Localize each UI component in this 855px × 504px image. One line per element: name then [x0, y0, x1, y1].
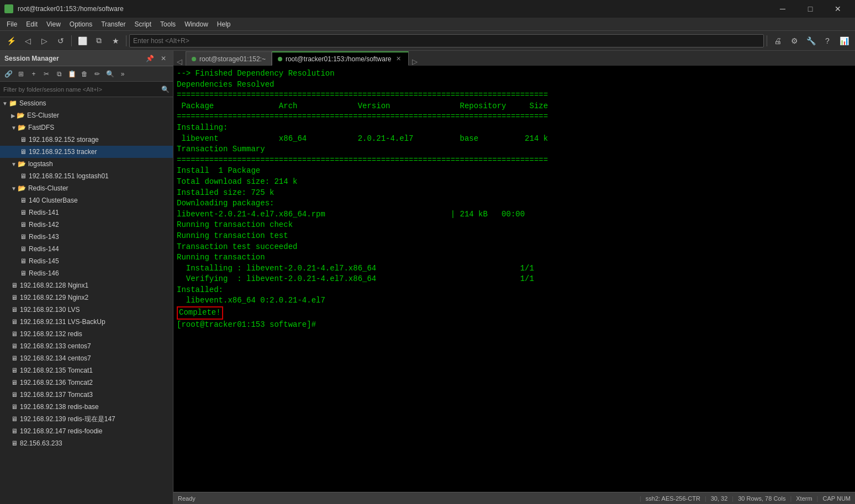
menu-item-file[interactable]: File [2, 18, 22, 30]
session-more-btn[interactable]: » [117, 68, 129, 80]
session-tree[interactable]: ▼📁Sessions▶📂ES-Cluster▼📂FastDFS🖥192.168.… [0, 97, 173, 504]
menu-item-help[interactable]: Help [213, 18, 235, 30]
tree-item-logstash[interactable]: ▼📂logstash [0, 158, 173, 170]
menu-item-options[interactable]: Options [65, 18, 97, 30]
tree-item-fastdfs[interactable]: ▼📂FastDFS [0, 121, 173, 134]
tree-item-logstash-151[interactable]: 🖥192.168.92.151 logstash01 [0, 170, 173, 182]
minimize-button[interactable]: ─ [770, 0, 795, 18]
tree-item-redis-141[interactable]: 🖥Redis-141 [0, 206, 173, 219]
tree-item-redis-cluster[interactable]: ▼📂Redis-Cluster [0, 182, 173, 194]
tree-label: ES-Cluster [27, 112, 59, 119]
session-add-btn[interactable]: + [28, 68, 40, 80]
toolbar-monitor[interactable]: 📊 [836, 33, 852, 49]
tab-close-2[interactable]: ✕ [395, 55, 403, 63]
tree-item-host-131[interactable]: 🖥192.168.92.131 LVS-BackUp [0, 316, 173, 328]
toolbar-refresh[interactable]: ↺ [53, 33, 68, 49]
tree-item-host-138[interactable]: 🖥192.168.92.138 redis-base [0, 401, 173, 413]
menu-item-window[interactable]: Window [180, 18, 213, 30]
tree-item-host-128[interactable]: 🖥192.168.92.128 Nginx1 [0, 279, 173, 291]
tree-label: 192.168.92.132 redis [20, 330, 82, 338]
filter-box: 🔍 [0, 82, 173, 97]
tree-item-fastdfs-153[interactable]: 🖥192.168.92.153 tracker [0, 146, 173, 158]
toolbar-new-tab[interactable]: ⬜ [75, 33, 90, 49]
tab-tracker[interactable]: root@tracker01:153:/home/software ✕ [272, 51, 409, 66]
tab-scroll-left[interactable]: ◁ [173, 57, 186, 66]
toolbar-print[interactable]: 🖨 [770, 33, 785, 49]
term-line-2: Dependencies Resolved [177, 79, 852, 91]
status-capslock: CAP NUM [822, 495, 851, 502]
tree-item-host-147[interactable]: 🖥192.168.92.147 redis-foodie [0, 425, 173, 437]
session-find-btn[interactable]: 🔍 [104, 68, 116, 80]
session-icon: 🖥 [11, 318, 18, 326]
session-icon: 🖥 [20, 197, 27, 204]
address-bar[interactable] [129, 34, 764, 47]
toolbar-settings[interactable]: ⚙ [787, 33, 802, 49]
tree-item-es-cluster[interactable]: ▶📂ES-Cluster [0, 109, 173, 121]
toolbar-back[interactable]: ◁ [20, 33, 35, 49]
session-paste-btn[interactable]: 📋 [66, 68, 78, 80]
session-view-btn[interactable]: ⊞ [15, 68, 27, 80]
toolbar-forward[interactable]: ▷ [36, 33, 52, 49]
session-icon: 🖥 [20, 136, 27, 144]
tree-item-host-137[interactable]: 🖥192.168.92.137 Tomcat3 [0, 389, 173, 401]
session-icon: 🖥 [11, 391, 18, 399]
tree-item-host-130[interactable]: 🖥192.168.92.130 LVS [0, 304, 173, 316]
term-line-12: Install 1 Package [177, 166, 852, 177]
toolbar-bookmark[interactable]: ★ [108, 33, 123, 49]
toolbar-tools[interactable]: 🔧 [803, 33, 819, 49]
tree-item-host-132[interactable]: 🖥192.168.92.132 redis [0, 328, 173, 340]
tree-item-sessions-root[interactable]: ▼📁Sessions [0, 97, 173, 109]
pin-icon[interactable]: 📌 [144, 54, 156, 63]
close-button[interactable]: ✕ [825, 0, 851, 18]
tree-item-host-139[interactable]: 🖥192.168.92.139 redis-现在是147 [0, 413, 173, 425]
menu-item-transfer[interactable]: Transfer [97, 18, 130, 30]
session-copy-btn[interactable]: ⧉ [53, 68, 65, 80]
folder-icon: 📂 [17, 112, 25, 119]
tree-item-redis-146[interactable]: 🖥Redis-146 [0, 267, 173, 279]
menu-item-view[interactable]: View [42, 18, 65, 30]
session-icon: 🖥 [20, 257, 27, 265]
toolbar-sep-2 [126, 35, 126, 46]
tree-item-host-134[interactable]: 🖥192.168.92.134 centos7 [0, 352, 173, 364]
session-cut-btn[interactable]: ✂ [40, 68, 52, 80]
menu-item-script[interactable]: Script [130, 18, 156, 30]
maximize-button[interactable]: □ [798, 0, 823, 18]
tree-item-redis-145[interactable]: 🖥Redis-145 [0, 255, 173, 267]
menu-item-edit[interactable]: Edit [22, 18, 42, 30]
tree-item-host-135[interactable]: 🖥192.168.92.135 Tomcat1 [0, 364, 173, 376]
tree-item-redis-142[interactable]: 🖥Redis-142 [0, 219, 173, 231]
tree-item-redis-144[interactable]: 🖥Redis-144 [0, 243, 173, 255]
title-text: root@tracker01:153:/home/software [18, 5, 124, 13]
session-connect-btn[interactable]: 🔗 [2, 68, 14, 80]
tree-item-host-136[interactable]: 🖥192.168.92.136 Tomcat2 [0, 376, 173, 389]
folder-icon: 📂 [18, 124, 26, 131]
toolbar-lightning[interactable]: ⚡ [3, 33, 19, 49]
toolbar-help[interactable]: ? [820, 33, 835, 49]
term-line-6: ========================================… [177, 112, 852, 123]
session-rename-btn[interactable]: ✏ [91, 68, 103, 80]
term-line-21: Running transaction [177, 252, 852, 263]
toolbar-duplicate[interactable]: ⧉ [91, 33, 107, 49]
session-delete-btn[interactable]: 🗑 [78, 68, 91, 80]
session-icon: 🖥 [11, 379, 18, 386]
term-line-7: Installing: [177, 123, 852, 134]
tree-item-redis-140[interactable]: 🖥140 ClusterBase [0, 194, 173, 206]
close-panel-icon[interactable]: ✕ [159, 54, 168, 63]
tree-item-redis-143[interactable]: 🖥Redis-143 [0, 231, 173, 243]
status-encryption: ssh2: AES-256-CTR [646, 495, 700, 502]
tree-label: 82.156.63.233 [20, 439, 62, 447]
tree-item-host-82[interactable]: 🖥82.156.63.233 [0, 437, 173, 449]
tree-item-fastdfs-152[interactable]: 🖥192.168.92.152 storage [0, 134, 173, 146]
tree-label: 192.168.92.139 redis-现在是147 [20, 415, 115, 424]
filter-input[interactable] [3, 86, 159, 93]
tree-item-host-133[interactable]: 🖥192.168.92.133 centos7 [0, 340, 173, 352]
folder-icon: 📂 [18, 184, 26, 192]
menu-item-tools[interactable]: Tools [156, 18, 180, 30]
tab-scroll-right[interactable]: ▷ [409, 57, 421, 66]
terminal[interactable]: --> Finished Dependency ResolutionDepend… [173, 66, 855, 492]
tab-storage[interactable]: root@storage01:152:~ [186, 51, 272, 66]
session-icon: 🖥 [20, 148, 27, 156]
tree-label: Redis-143 [29, 233, 59, 241]
term-line-29: [root@tracker01:153 software]# [177, 320, 852, 331]
tree-item-host-129[interactable]: 🖥192.168.92.129 Nginx2 [0, 291, 173, 304]
